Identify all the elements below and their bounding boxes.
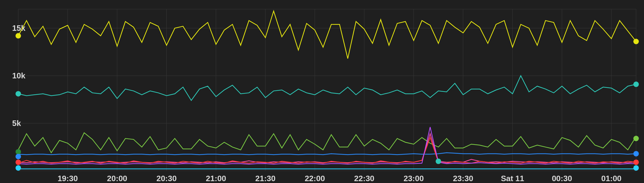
x-tick-label: 01:00	[601, 174, 622, 183]
x-tick-label: 20:00	[107, 174, 128, 183]
x-tick-label: Sat 11	[501, 174, 524, 183]
y-tick-label: 15k	[12, 23, 26, 33]
x-tick-label: 21:00	[206, 174, 226, 183]
series-green[interactable]	[18, 133, 636, 153]
x-tick-label: 21:30	[255, 174, 276, 183]
x-tick-label: 22:00	[305, 174, 325, 183]
series-red-end-dot[interactable]	[633, 160, 639, 165]
y-axis-labels: 5k10k15k	[12, 23, 26, 128]
chart-panel: 5k10k15k19:3020:0020:3021:0021:3022:0022…	[0, 0, 644, 183]
series-teal[interactable]	[18, 76, 636, 100]
x-tick-label: 23:00	[404, 174, 424, 183]
x-tick-label: 22:30	[354, 174, 375, 183]
series-yellow-start-dot[interactable]	[16, 33, 21, 38]
highlight-dot[interactable]	[436, 159, 441, 164]
x-tick-label: 23:30	[453, 174, 473, 183]
x-tick-label: 00:30	[552, 174, 572, 183]
series-green-start-dot[interactable]	[16, 149, 21, 155]
timeseries-chart[interactable]: 5k10k15k19:3020:0020:3021:0021:3022:0022…	[0, 0, 644, 183]
series-yellow[interactable]	[18, 11, 636, 59]
x-tick-label: 19:30	[58, 174, 78, 183]
y-tick-label: 10k	[12, 71, 26, 80]
series-blue-end-dot[interactable]	[633, 151, 639, 156]
series-teal-end-dot[interactable]	[633, 81, 639, 87]
series-teal-start-dot[interactable]	[16, 91, 21, 96]
series-green-end-dot[interactable]	[633, 136, 639, 141]
series-blue[interactable]	[18, 153, 636, 155]
series-red-start-dot[interactable]	[16, 160, 21, 165]
y-tick-label: 5k	[12, 119, 21, 128]
series-cyan-start-dot[interactable]	[16, 165, 21, 171]
x-tick-label: 20:30	[156, 174, 177, 183]
series-group	[18, 11, 636, 169]
series-yellow-end-dot[interactable]	[633, 39, 639, 44]
series-pink[interactable]	[18, 134, 636, 163]
series-blue-start-dot[interactable]	[16, 154, 21, 159]
x-axis-labels: 19:3020:0020:3021:0021:3022:0022:3023:00…	[58, 174, 621, 183]
series-purple[interactable]	[18, 127, 636, 164]
series-cyan-end-dot[interactable]	[633, 165, 639, 171]
